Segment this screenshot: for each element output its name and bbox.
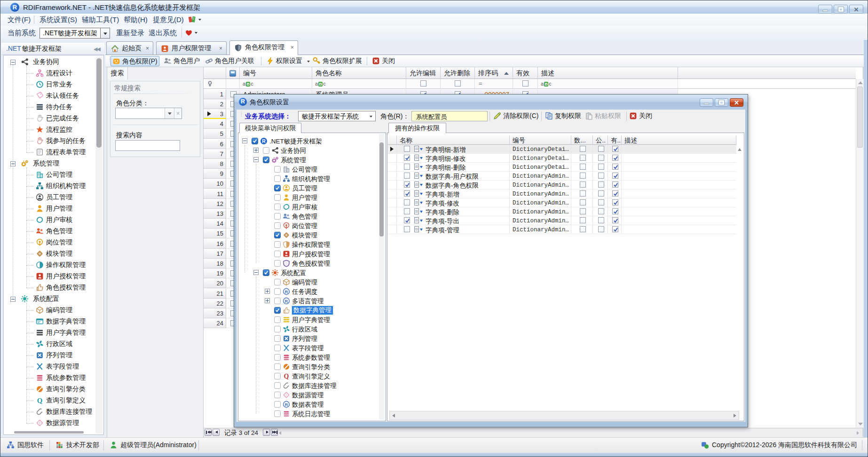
- sidebar-tree-item[interactable]: 系统管理: [4, 158, 95, 169]
- grid-filter-cell[interactable]: [406, 79, 441, 89]
- operation-dropdown-caret[interactable]: [420, 220, 423, 222]
- dialog-close-button[interactable]: ✕: [730, 98, 743, 107]
- sidebar-tree-item[interactable]: 我参与的任务: [4, 135, 95, 147]
- tree-checkbox[interactable]: [274, 166, 281, 173]
- row-number-cell[interactable]: 6: [204, 139, 226, 149]
- operation-dropdown-caret[interactable]: [420, 202, 423, 204]
- grid-scrollbar-thumb[interactable]: [857, 87, 863, 148]
- operation-flag-checkbox[interactable]: [598, 181, 604, 188]
- sidebar-tree-item[interactable]: Q查询引擎定义: [4, 395, 95, 406]
- tab-close-icon[interactable]: ×: [291, 44, 294, 51]
- operation-flag-checkbox[interactable]: [580, 155, 586, 161]
- dialog-tree-item[interactable]: 系统日志管理: [238, 409, 378, 418]
- scroll-left-icon[interactable]: [392, 414, 395, 418]
- scroll-down-icon[interactable]: [858, 423, 863, 425]
- dialog-tree-item[interactable]: 系统配置: [238, 268, 378, 277]
- sidebar-scrollbar-thumb[interactable]: [96, 58, 102, 148]
- close-button[interactable]: ✕: [849, 5, 863, 14]
- scroll-up-icon[interactable]: [858, 81, 863, 84]
- grid-filter-cell[interactable]: [204, 79, 226, 89]
- operation-flag-checkbox[interactable]: [598, 208, 604, 214]
- operation-flag-checkbox[interactable]: [612, 217, 618, 223]
- row-number-cell[interactable]: 15: [204, 228, 226, 238]
- dialog-tree-item[interactable]: 序列管理: [238, 334, 378, 343]
- filter-checkbox[interactable]: [420, 80, 426, 87]
- row-number-cell[interactable]: 18: [204, 259, 226, 268]
- operation-checkbox[interactable]: [404, 190, 410, 197]
- row-number-cell[interactable]: 24: [204, 318, 226, 328]
- row-number-cell[interactable]: 12: [204, 199, 226, 209]
- toolbar-button-角色用户关联[interactable]: 角色用户关联: [204, 56, 258, 66]
- operation-flag-checkbox[interactable]: [612, 181, 618, 188]
- operation-grid-row[interactable]: 字典项-管理DictionaryAdmin…: [388, 225, 736, 234]
- row-number-cell[interactable]: 10: [204, 179, 226, 189]
- tree-checkbox[interactable]: [274, 345, 281, 351]
- grid-column-header-描述[interactable]: 描述: [538, 67, 678, 79]
- sidebar-tree-item[interactable]: 序列管理: [4, 350, 95, 361]
- scroll-right-icon[interactable]: [734, 414, 736, 418]
- sidebar-tree-item[interactable]: 业务协同: [4, 56, 95, 68]
- operation-flag-checkbox[interactable]: [580, 208, 586, 214]
- toolbar-button-关闭[interactable]: 关闭: [371, 56, 397, 66]
- operation-flag-checkbox[interactable]: [580, 181, 586, 188]
- operation-flag-checkbox[interactable]: [598, 190, 604, 197]
- sidebar-tree-item[interactable]: 公司管理: [4, 169, 95, 181]
- filter-checkbox[interactable]: [455, 80, 461, 87]
- grid-column-header-编号[interactable]: 编号: [240, 67, 312, 79]
- dialog-tree-item[interactable]: 员工管理: [238, 183, 378, 193]
- operation-flag-checkbox[interactable]: [612, 146, 618, 152]
- tab-用户权限管理[interactable]: 用户权限管理×: [156, 41, 227, 55]
- tree-checkbox[interactable]: [274, 373, 281, 379]
- row-number-cell[interactable]: 5: [204, 129, 226, 139]
- dialog-tree-item[interactable]: 系统管理: [238, 155, 378, 165]
- sidebar-tree-item[interactable]: 用户授权管理: [4, 271, 95, 282]
- sidebar-tree-item[interactable]: 编码管理: [4, 305, 95, 316]
- row-number-cell[interactable]: 16: [204, 239, 226, 249]
- tree-expand-icon[interactable]: [265, 289, 270, 294]
- sidebar-tree-item[interactable]: 行政区域: [4, 339, 95, 350]
- dialog-tree-item[interactable]: R.NET敏捷开发框架: [238, 136, 378, 146]
- dialog-tree-item[interactable]: 操作权限管理: [238, 240, 378, 249]
- dialog-tree-item[interactable]: 岗位管理: [238, 221, 378, 230]
- operation-grid-header-编号[interactable]: 编号: [510, 135, 571, 145]
- dialog-tree-item[interactable]: 系统参数管理: [238, 353, 378, 362]
- tree-checkbox[interactable]: [274, 175, 281, 182]
- dialog-tree-item[interactable]: 用户审核: [238, 202, 378, 212]
- operation-dropdown-caret[interactable]: [420, 166, 423, 168]
- operation-grid-row[interactable]: 数据字典-用户权限DictionaryAdmin…: [388, 172, 736, 181]
- tab-owned-operation-permission[interactable]: 拥有的操作权限: [388, 123, 446, 133]
- sidebar-vertical-scrollbar[interactable]: [95, 56, 103, 433]
- tree-checkbox[interactable]: [274, 232, 281, 238]
- row-number-cell[interactable]: 11: [204, 189, 226, 199]
- tab-close-icon[interactable]: ×: [219, 45, 222, 52]
- menu-item-1[interactable]: 文件(F): [8, 15, 31, 24]
- dialog-tree-item[interactable]: 组织机构管理: [238, 174, 378, 183]
- feedback-dropdown-caret[interactable]: [198, 19, 201, 21]
- sidebar-tree-item[interactable]: 数据库连接管理: [4, 406, 95, 418]
- sidebar-tree-item[interactable]: 岗位管理: [4, 237, 95, 248]
- tree-checkbox[interactable]: [274, 279, 281, 285]
- dialog-maximize-button[interactable]: [715, 98, 728, 107]
- relogin-button[interactable]: 重新登录: [116, 29, 144, 38]
- tree-checkbox[interactable]: [274, 354, 281, 361]
- filter-checkbox[interactable]: [522, 80, 529, 87]
- tree-expand-icon[interactable]: [242, 138, 247, 143]
- operation-flag-checkbox[interactable]: [598, 173, 604, 179]
- feedback-notes-icon[interactable]: [188, 16, 196, 24]
- nav-first-button[interactable]: [205, 429, 212, 436]
- tree-checkbox[interactable]: [274, 410, 281, 417]
- operation-checkbox[interactable]: [404, 146, 410, 152]
- row-number-cell[interactable]: 3: [204, 109, 226, 119]
- tree-expand-icon[interactable]: [253, 270, 259, 275]
- sidebar-tree-item[interactable]: 流程表单管理: [4, 147, 95, 158]
- scroll-right-icon[interactable]: [857, 431, 859, 435]
- role-category-drop-button[interactable]: [165, 108, 174, 118]
- grid-column-header-允许编辑[interactable]: 允许编辑: [406, 67, 441, 79]
- dialog-tree-item[interactable]: 表字段管理: [238, 343, 378, 353]
- operation-checkbox[interactable]: [404, 164, 410, 170]
- operation-grid-header-公..[interactable]: 公..: [593, 135, 608, 145]
- tree-checkbox[interactable]: [274, 382, 281, 389]
- sidebar-tree-item[interactable]: 已完成任务: [4, 113, 95, 124]
- operation-checkbox[interactable]: [404, 208, 410, 214]
- dialog-tree-item[interactable]: 公司管理: [238, 165, 378, 174]
